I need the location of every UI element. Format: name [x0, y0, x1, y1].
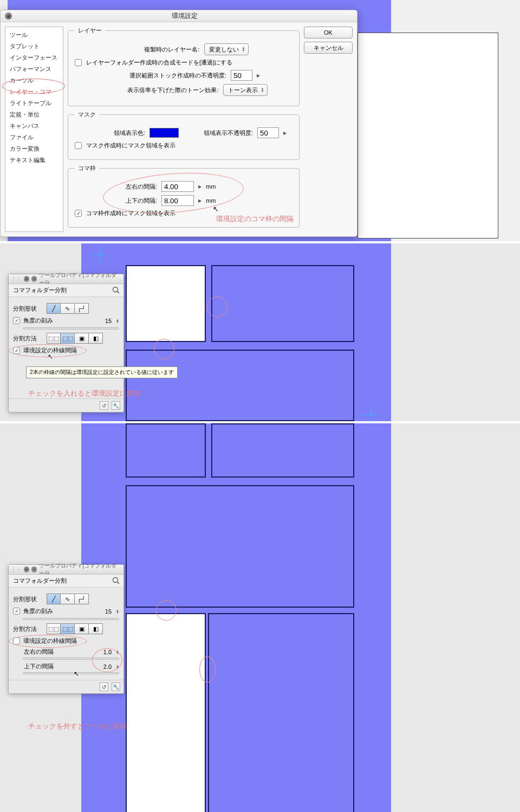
shape-label: 分割形状 — [13, 305, 43, 313]
stepper-icon[interactable]: ▲▼ — [116, 650, 119, 654]
mask-color-well[interactable] — [150, 128, 179, 138]
stepper-icon[interactable]: ▲▼ — [116, 319, 119, 323]
close-icon[interactable]: × — [24, 566, 29, 572]
tb-slider[interactable] — [23, 672, 119, 674]
tb-label: 上下の間隔 — [24, 662, 91, 671]
koma-lr-input[interactable] — [161, 181, 194, 192]
method-1-icon: ⬚⬚ — [47, 333, 61, 344]
angle-slider[interactable] — [23, 618, 119, 620]
shape-zigzag-icon: ∿ — [61, 594, 75, 604]
sidebar-item[interactable]: パフォーマンス — [5, 63, 63, 75]
shape-segmented[interactable]: ╱ ∿ ┌┘ — [47, 303, 89, 314]
stepper-icon: ▲▼ — [242, 47, 245, 52]
lr-slider[interactable] — [23, 658, 119, 660]
dialog-title: 環境設定 — [12, 11, 357, 21]
tool-property-palette: ⋮⋮ × − ツールプロパティ[コマフォルダー分 コマフォルダー分割 分割形状 … — [8, 564, 124, 694]
sidebar-item[interactable]: テキスト編集 — [5, 154, 63, 166]
angle-value[interactable]: 15 — [94, 318, 113, 324]
stepper-icon[interactable]: ▲▼ — [116, 665, 119, 669]
grip-icon: ⋮⋮ — [11, 276, 22, 282]
koma-unit: mm — [206, 183, 216, 190]
mask-show-checkbox[interactable] — [75, 142, 82, 149]
method-1-icon: ⬚⬚ — [47, 623, 61, 634]
sidebar-item[interactable]: ファイル — [5, 132, 63, 143]
folder-mode-label: レイヤーフォルダー作成時の合成モードを[通過]にする — [86, 59, 232, 67]
stepper-icon[interactable]: ▲▼ — [116, 609, 119, 614]
mask-color-label: 領域表示色: — [75, 129, 145, 137]
dup-select[interactable]: 変更しない ▲▼ — [204, 43, 249, 55]
dialog-titlebar[interactable]: × 環境設定 — [1, 10, 357, 22]
tone-select[interactable]: トーン表示 ▲▼ — [223, 84, 268, 96]
koma-tb-input[interactable] — [161, 195, 194, 206]
wrench-icon[interactable]: 🔧 — [112, 401, 120, 410]
preferences-dialog: × 環境設定 ツール タブレット インターフェース パフォーマンス カーソル レ… — [0, 10, 358, 237]
angle-slider[interactable] — [23, 327, 119, 330]
disclosure-icon[interactable]: ▶ — [257, 73, 260, 78]
magnify-icon[interactable] — [112, 576, 120, 585]
shape-segmented[interactable]: ╱ ∿ ┌┘ — [47, 594, 89, 604]
sidebar-item[interactable]: カラー変換 — [5, 143, 63, 154]
koma-mask-label: コマ枠作成時にマスク領域を表示 — [86, 209, 176, 217]
reset-icon[interactable]: ↺ — [100, 401, 108, 410]
koma-mask-checkbox[interactable]: ✓ — [75, 210, 82, 217]
method-4-icon: ◧ — [89, 623, 103, 634]
method-4-icon: ◧ — [89, 333, 103, 344]
fieldset-koma: コマ枠 左右の間隔: ▶ mm 上下の間隔: ▶ mm ✓ — [68, 164, 300, 228]
svg-line-1 — [118, 292, 120, 294]
envgap-label: 環境設定の枠線間隔 — [23, 637, 77, 645]
koma-unit: mm — [206, 197, 216, 204]
reset-icon[interactable]: ↺ — [100, 682, 108, 691]
lr-value[interactable]: 1.0 — [94, 649, 113, 655]
cursor-icon: ↖ — [74, 670, 79, 678]
koma-lr-label: 左右の間隔: — [113, 183, 157, 191]
method-segmented[interactable]: ⬚⬚ ⬚⬚ ▣ ◧ — [47, 623, 103, 634]
mask-show-label: マスク作成時にマスク領域を表示 — [86, 141, 176, 150]
mask-opacity-input[interactable] — [257, 127, 279, 138]
shape-poly-icon: ┌┘ — [75, 303, 89, 314]
ok-button[interactable]: OK — [304, 27, 353, 38]
envgap-checkbox[interactable] — [13, 637, 20, 645]
method-label: 分割方法 — [13, 625, 43, 633]
stock-input[interactable] — [231, 70, 252, 81]
sidebar-item[interactable]: 定規・単位 — [5, 109, 63, 120]
method-label: 分割方法 — [13, 334, 43, 343]
magnify-icon[interactable] — [112, 286, 120, 294]
sidebar-item[interactable]: キャンバス — [5, 120, 63, 132]
sidebar-item[interactable]: タブレット — [5, 41, 63, 52]
disclosure-icon[interactable]: ▶ — [198, 198, 202, 203]
dup-label: 複製時のレイヤー名: — [119, 46, 200, 54]
lr-label: 左右の間隔 — [24, 648, 91, 656]
palette-titlebar[interactable]: ⋮⋮ × − ツールプロパティ[コマフォルダー分 — [9, 565, 123, 575]
method-segmented[interactable]: ⬚⬚ ⬚⬚ ▣ ◧ — [47, 333, 103, 344]
minimize-icon[interactable]: − — [31, 566, 37, 572]
disclosure-icon[interactable]: ▶ — [198, 184, 202, 189]
close-icon[interactable]: × — [5, 12, 12, 20]
folder-mode-checkbox[interactable] — [75, 59, 82, 66]
svg-line-3 — [118, 582, 120, 584]
tb-value[interactable]: 2.0 — [94, 663, 113, 670]
angle-label: 角度の刻み — [23, 317, 91, 325]
fieldset-mask: マスク 領域表示色: 領域表示不透明度: ▶ マスク作成時にマスク領域を表示 — [68, 111, 300, 160]
annotation-3: チェックを外すとツールに依存 — [28, 721, 127, 731]
palette-subtitle: コマフォルダー分割 — [13, 287, 67, 293]
sidebar-item[interactable]: ライトテーブル — [5, 98, 63, 109]
minimize-icon[interactable]: − — [31, 276, 37, 282]
section-tool-unchecked: ⋮⋮ × − ツールプロパティ[コマフォルダー分 コマフォルダー分割 分割形状 … — [0, 423, 520, 812]
shape-zigzag-icon: ∿ — [61, 303, 75, 314]
palette-titlebar[interactable]: ⋮⋮ × − ツールプロパティ[コマフォルダー分 — [9, 274, 123, 284]
cancel-button[interactable]: キャンセル — [304, 42, 353, 54]
disclosure-icon[interactable]: ▶ — [283, 131, 287, 136]
sidebar-item[interactable]: インターフェース — [5, 52, 63, 63]
cursor-icon: ↖ — [213, 205, 219, 213]
wrench-icon[interactable]: 🔧 — [112, 682, 120, 691]
annotation-2: チェックを入れると環境設定に依存 — [28, 389, 141, 398]
angle-value[interactable]: 15 — [94, 608, 113, 615]
envgap-checkbox[interactable]: ✓ — [13, 347, 20, 354]
canvas-page — [358, 33, 498, 239]
close-icon[interactable]: × — [24, 276, 29, 282]
angle-checkbox[interactable]: ✓ — [13, 317, 20, 324]
angle-label: 角度の刻み — [23, 607, 91, 615]
angle-checkbox[interactable]: ✓ — [13, 608, 20, 615]
section-preferences: × 環境設定 ツール タブレット インターフェース パフォーマンス カーソル レ… — [0, 0, 520, 241]
sidebar-item[interactable]: ツール — [5, 29, 63, 41]
